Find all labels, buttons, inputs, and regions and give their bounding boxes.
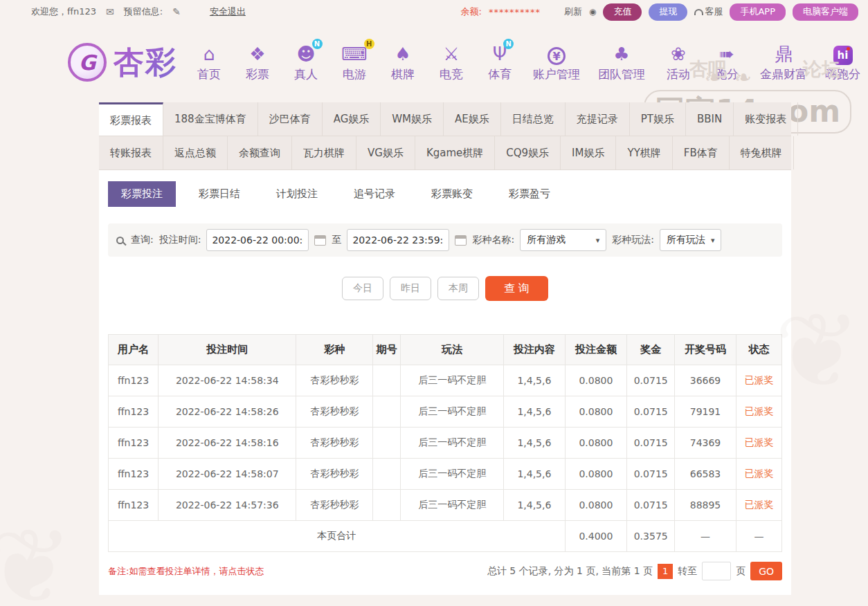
refresh-button[interactable]: 刷新 [564,6,582,18]
cell-投注金额: 0.0800 [565,490,627,521]
cell-用户名: ffn123 [109,459,159,490]
mail-icon[interactable]: ✉ [106,6,114,17]
tab-余额查询[interactable]: 余额查询 [228,136,292,169]
calendar-icon[interactable] [314,235,326,246]
nav-item-account[interactable]: ¥账户管理 [533,45,580,82]
page-number-button[interactable]: 1 [658,564,673,579]
cell-投注金额: 0.0800 [565,365,627,396]
status-link[interactable]: 已派奖 [736,459,781,490]
nav-item-home[interactable]: ⌂首页 [194,43,224,82]
pc-client-button[interactable]: 电脑客户端 [793,3,858,21]
nav-item-esports[interactable]: ⚔电竞 [436,43,467,82]
tab-WM娱乐[interactable]: WM娱乐 [381,102,444,136]
tab-FB体育[interactable]: FB体育 [673,136,730,169]
tab-返点总额[interactable]: 返点总额 [163,136,228,169]
tab-Kgame棋牌[interactable]: Kgame棋牌 [415,136,495,169]
goto-page-input[interactable] [702,562,731,580]
tab-AE娱乐[interactable]: AE娱乐 [444,102,501,136]
subtab-计划投注[interactable]: 计划投注 [263,181,331,207]
withdraw-button[interactable]: 提现 [649,3,687,21]
subtab-彩票盈亏[interactable]: 彩票盈亏 [496,181,563,207]
balance-value: ********** [489,7,541,17]
search-icon [116,237,124,244]
table-footer: 备注:如需查看投注单详情，请点击状态 总计 5 个记录, 分为 1 页, 当前第… [108,562,782,580]
tab-YY棋牌[interactable]: YY棋牌 [616,136,672,169]
nav-label: 体育 [488,66,512,82]
cell-投注内容: 1,4,5,6 [504,396,566,428]
nav-item-sports[interactable]: ΨN体育 [485,43,515,82]
badge-N: N [503,39,514,49]
summary-label: 本页合计 [109,521,566,552]
subtab-彩票日结[interactable]: 彩票日结 [186,181,253,207]
service-link[interactable]: 客服 [694,6,723,18]
tab-PT娱乐[interactable]: PT娱乐 [630,102,686,136]
nav-item-person[interactable]: ☻N真人 [291,43,321,82]
tab-VG娱乐[interactable]: VG娱乐 [356,136,415,169]
notification-dot [847,47,850,50]
tab-CQ9娱乐[interactable]: CQ9娱乐 [495,136,561,169]
col-header-状态: 状态 [736,335,781,365]
tab-日结总览[interactable]: 日结总览 [501,102,566,136]
mobile-app-button[interactable]: 手机APP [730,3,786,21]
game-select[interactable]: 所有游戏▾ [520,229,606,251]
cell-期号 [373,459,401,490]
tab-AG娱乐[interactable]: AG娱乐 [323,102,381,136]
nav-label: 账户管理 [533,66,580,82]
topbar: 欢迎您，ffn123 ✉ 预留信息: ✎ 安全退出 余额: **********… [0,0,868,24]
tab-沙巴体育[interactable]: 沙巴体育 [258,102,323,136]
nav-item-ticket[interactable]: ❖彩票 [242,43,273,82]
nav-item-cards[interactable]: ♠棋牌 [388,43,418,82]
tab-BBIN[interactable]: BBIN [686,102,734,136]
cell-彩种: 杏彩秒秒彩 [296,459,373,490]
edit-icon[interactable]: ✎ [172,6,181,17]
today-button[interactable]: 今日 [342,277,383,300]
page-unit-label: 页 [736,565,745,578]
subtab-彩票投注[interactable]: 彩票投注 [108,181,176,207]
tab-瓦力棋牌[interactable]: 瓦力棋牌 [292,136,356,169]
col-header-开奖号码: 开奖号码 [675,335,736,365]
calendar-icon[interactable] [455,235,467,246]
status-link[interactable]: 已派奖 [736,428,781,459]
tab-188金宝博体育[interactable]: 188金宝博体育 [163,102,258,136]
go-button[interactable]: GO [750,562,782,580]
esports-icon: ⚔ [443,43,459,65]
query-button[interactable]: 查 询 [485,276,548,301]
table-row: ffn1232022-06-22 14:58:34杏彩秒秒彩后三一码不定胆1,4… [109,365,782,396]
subtab-追号记录[interactable]: 追号记录 [341,181,408,207]
tab-row-2: 转账报表返点总额余额查询瓦力棋牌VG娱乐Kgame棋牌CQ9娱乐IM娱乐YY棋牌… [99,136,791,170]
pagination-summary: 总计 5 个记录, 分为 1 页, 当前第 1 页 [487,565,653,578]
summary-prize-total: 0.3575 [627,521,675,552]
logout-link[interactable]: 安全退出 [210,6,246,18]
status-link[interactable]: 已派奖 [736,490,781,521]
status-link[interactable]: 已派奖 [736,365,781,396]
reserved-info-label: 预留信息: [124,6,163,18]
subtab-彩票账变[interactable]: 彩票账变 [418,181,486,207]
deposit-button[interactable]: 充值 [603,3,642,21]
content-area: 彩票投注彩票日结计划投注追号记录彩票账变彩票盈亏 查询: 投注时间: 至 彩种名… [99,170,791,595]
time-to-input[interactable] [347,229,449,251]
table-row: ffn1232022-06-22 14:58:16杏彩秒秒彩后三一码不定胆1,4… [109,428,782,459]
tab-特兔棋牌[interactable]: 特兔棋牌 [730,136,794,169]
nav-label: 真人 [294,66,318,82]
tab-账变报表[interactable]: 账变报表 [734,102,798,136]
play-select[interactable]: 所有玩法▾ [660,229,722,251]
cell-开奖号码: 66583 [675,459,736,490]
yesterday-button[interactable]: 昨日 [390,277,431,300]
col-header-玩法: 玩法 [401,335,504,365]
cell-玩法: 后三一码不定胆 [401,396,504,428]
tab-彩票报表[interactable]: 彩票报表 [99,102,163,136]
status-link[interactable]: 已派奖 [736,396,781,428]
nav-item-team[interactable]: ♣团队管理 [598,43,645,82]
cell-投注时间: 2022-06-22 14:58:26 [159,396,296,428]
eye-icon[interactable]: ◉ [589,7,596,17]
site-logo[interactable]: G 杏彩 [68,42,177,83]
tab-转账报表[interactable]: 转账报表 [99,136,163,169]
live-icon: ☻N [296,43,315,65]
tab-充提记录[interactable]: 充提记录 [566,102,630,136]
col-header-彩种: 彩种 [296,335,373,365]
time-from-input[interactable] [206,229,309,251]
nav-item-egame[interactable]: ⌨H电游 [339,43,370,82]
goto-label: 转至 [678,565,697,578]
tab-IM娱乐[interactable]: IM娱乐 [561,136,616,169]
week-button[interactable]: 本周 [437,277,479,300]
